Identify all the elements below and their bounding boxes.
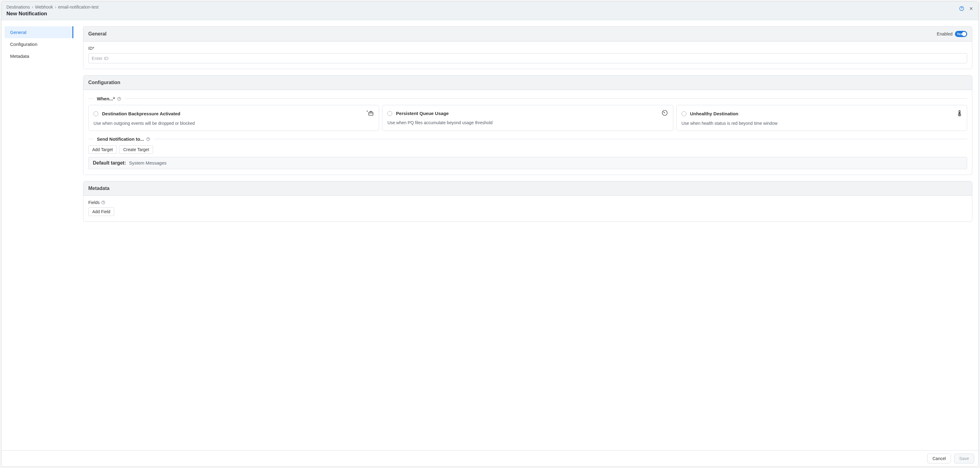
enabled-toggle[interactable]: Yes [955,31,967,37]
header-left: Destinations › Webhook › email-notificat… [6,5,99,17]
when-option-backpressure[interactable]: Destination Backpressure Activated [88,105,379,131]
panel-title-configuration: Configuration [88,80,120,85]
breadcrumb-webhook[interactable]: Webhook [35,5,53,10]
svg-point-1 [961,10,962,10]
sidebar-item-label: Configuration [10,42,37,47]
sidebar-item-configuration[interactable]: Configuration [5,38,73,50]
when-option-title: Persistent Queue Usage [396,111,449,116]
modal-footer: Cancel Save [2,450,978,466]
save-button[interactable]: Save [954,454,974,463]
when-option-unhealthy[interactable]: Unhealthy Destination [676,105,967,131]
panel-metadata: Metadata Fields Add Field [83,181,972,222]
breadcrumb: Destinations › Webhook › email-notificat… [6,5,99,10]
default-target-box: Default target: System Messages [88,157,967,169]
toggle-state-label: Yes [957,32,962,36]
panel-title-metadata: Metadata [88,186,109,191]
help-icon[interactable] [117,96,122,101]
target-buttons: Add Target Create Target [88,145,967,154]
panel-general: General Enabled Yes ID* [83,26,972,69]
backpressure-icon [366,110,374,118]
when-option-title: Destination Backpressure Activated [102,111,180,116]
panel-body-general: ID* [83,42,972,69]
panel-header-metadata: Metadata [83,181,972,196]
gauge-icon [661,110,668,117]
panel-body-metadata: Fields Add Field [83,196,972,222]
when-option-title: Unhealthy Destination [690,111,738,116]
help-icon[interactable] [101,200,106,205]
add-target-button[interactable]: Add Target [88,145,117,154]
radio-icon[interactable] [387,111,392,116]
chevron-right-icon: › [32,5,33,10]
panel-body-configuration: When...* Destination [83,90,972,175]
svg-point-8 [959,114,960,116]
radio-icon[interactable] [681,111,686,116]
breadcrumb-destinations[interactable]: Destinations [6,5,30,10]
when-section-label: When...* [88,96,967,101]
toggle-knob [962,32,966,36]
panel-header-general: General Enabled Yes [83,27,972,42]
sidebar-item-label: Metadata [10,54,29,59]
modal-header: Destinations › Webhook › email-notificat… [2,2,978,20]
send-label-text: Send Notification to... [97,136,144,142]
sidebar-item-general[interactable]: General [5,26,73,38]
when-option-pq[interactable]: Persistent Queue Usage [382,105,673,131]
svg-point-3 [119,99,119,100]
radio-icon[interactable] [94,111,99,116]
svg-rect-5 [370,111,372,112]
when-option-desc: Use when outgoing events will be dropped… [94,121,374,126]
when-label-text: When...* [97,96,115,101]
sidebar: General Configuration Metadata [2,20,73,450]
help-icon[interactable] [146,137,151,142]
chevron-right-icon: › [55,5,57,10]
thermometer-icon [957,110,962,118]
svg-point-10 [148,140,148,140]
enabled-label: Enabled [937,32,953,37]
page-title: New Notification [6,11,99,17]
close-icon[interactable] [969,6,974,11]
svg-rect-4 [369,112,373,115]
header-right [959,5,974,11]
when-option-desc: Use when PQ files accumulate beyond usag… [387,120,668,125]
sidebar-item-label: General [10,30,26,35]
create-target-button[interactable]: Create Target [119,145,153,154]
enabled-toggle-wrap: Enabled Yes [937,31,967,37]
modal-container: Destinations › Webhook › email-notificat… [1,1,979,467]
sidebar-item-metadata[interactable]: Metadata [5,50,73,62]
add-field-button[interactable]: Add Field [88,208,114,216]
id-input[interactable] [88,53,967,63]
panel-header-configuration: Configuration [83,75,972,90]
id-field-label: ID* [88,46,967,51]
default-target-value: System Messages [129,160,167,166]
when-options: Destination Backpressure Activated [88,105,967,131]
panel-configuration: Configuration When...* [83,75,972,175]
cancel-button[interactable]: Cancel [927,454,951,463]
send-section-label: Send Notification to... [88,136,967,142]
help-icon[interactable] [959,6,964,11]
panel-title-general: General [88,31,107,37]
svg-point-12 [103,203,103,203]
when-option-desc: Use when health status is red beyond tim… [681,121,962,126]
fields-label-row: Fields [88,200,967,205]
svg-point-7 [665,113,665,113]
modal-body: General Configuration Metadata General E… [2,20,978,450]
default-target-label: Default target: [93,160,126,166]
content-area: General Enabled Yes ID* [73,20,978,450]
breadcrumb-current[interactable]: email-notification-test [58,5,99,10]
fields-label: Fields [88,200,100,205]
